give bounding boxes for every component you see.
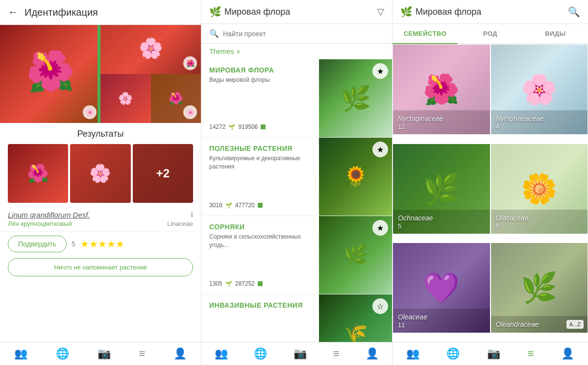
stat2-2: 477720 bbox=[235, 202, 255, 209]
p3-nav-globe-icon[interactable]: 🌐 bbox=[446, 347, 460, 360]
tab-family[interactable]: СЕМЕЙСТВО bbox=[392, 24, 458, 44]
filter-icon[interactable]: ▽ bbox=[377, 6, 384, 17]
project-info-2: ПОЛЕЗНЫЕ РАСТЕНИЯ Культивируемые и декор… bbox=[201, 138, 319, 216]
panel2-title: Мировая флора bbox=[224, 7, 290, 17]
leaf-stat-icon-2: 🌱 bbox=[225, 202, 232, 209]
p2-nav-people-icon[interactable]: 👥 bbox=[215, 347, 228, 360]
project-stats-3: 1305 🌱 287252 bbox=[209, 280, 311, 287]
main-photo[interactable]: 🌸 bbox=[0, 25, 100, 123]
tax-count-olac: 8 bbox=[496, 222, 583, 230]
project-item-2[interactable]: ПОЛЕЗНЫЕ РАСТЕНИЯ Культивируемые и декор… bbox=[201, 138, 392, 216]
flower-overlay-sm1: 🌺 bbox=[183, 56, 197, 70]
nav-camera-icon[interactable]: 📷 bbox=[98, 347, 111, 360]
stat1-2: 3018 bbox=[209, 202, 222, 209]
project-info-4: ИНВАЗИВНЫЕ РАСТЕНИЯ bbox=[201, 294, 319, 342]
panel-taxonomy: 🌿 Мировая флора 🔍 СЕМЕЙСТВО РОД ВИДЫ 🌺 N… bbox=[392, 0, 588, 365]
tax-count-nymph: 4 bbox=[496, 123, 583, 130]
themes-label[interactable]: Themes bbox=[209, 48, 234, 55]
p2-nav-globe-icon[interactable]: 🌐 bbox=[254, 347, 267, 360]
search-input[interactable] bbox=[223, 30, 384, 38]
tax-overlay-olac: Olacaceae 8 bbox=[491, 210, 588, 234]
taxonomy-tabs: СЕМЕЙСТВО РОД ВИДЫ bbox=[392, 24, 588, 44]
species-link[interactable]: Linum grandiflorum Desf. bbox=[8, 211, 90, 219]
project-desc-2: Культивируемые и декоративные растения bbox=[209, 152, 311, 202]
tax-name-olea: Oleaceae bbox=[398, 313, 427, 321]
tab-genus[interactable]: РОД bbox=[458, 24, 523, 43]
tax-overlay-ochn: Ochnaceae 5 bbox=[393, 210, 490, 234]
species-family: Linaceae bbox=[167, 220, 193, 227]
az-button[interactable]: A...Z bbox=[566, 320, 584, 329]
project-list: МИРОВАЯ ФЛОРА Виды мировой флоры 14272 🌱… bbox=[201, 59, 392, 342]
tax-name-nyct: Nyctaginaceae bbox=[398, 115, 443, 122]
star-button-2[interactable]: ★ bbox=[372, 142, 388, 157]
project-desc-1: Виды мировой флоры bbox=[209, 74, 311, 123]
nav-globe-icon[interactable]: 🌐 bbox=[56, 347, 69, 360]
p2-nav-menu-icon[interactable]: ≡ bbox=[333, 347, 340, 360]
photo-small-bottom[interactable]: 🌸 🌺 🌸 bbox=[100, 74, 201, 123]
results-grid: 🌺 🌸 +2 bbox=[8, 144, 193, 203]
tax-cell-ochnaceae[interactable]: 🌿 Ochnaceae 5 bbox=[392, 144, 490, 234]
project-name-3: СОРНЯКИ bbox=[209, 223, 311, 231]
leaf-icon: 🌿 bbox=[209, 6, 221, 18]
side-photos: 🌺 🌸 🌺 🌸 bbox=[100, 25, 201, 123]
p2-nav-profile-icon[interactable]: 👤 bbox=[366, 347, 379, 360]
p3-nav-menu-icon[interactable]: ≡ bbox=[528, 347, 534, 360]
star-button-3[interactable]: ★ bbox=[372, 220, 388, 236]
tax-count-nyct: 12 bbox=[398, 123, 485, 130]
photo-grid: 🌸 🌺 🌸 🌺 🌸 bbox=[0, 25, 201, 123]
stat2-3: 287252 bbox=[235, 280, 255, 287]
green-sq-icon-1 bbox=[261, 124, 266, 129]
result-thumb-2[interactable]: 🌸 bbox=[70, 144, 130, 203]
tax-cell-oleaceae[interactable]: 💜 Oleaceae 11 bbox=[392, 243, 490, 333]
panel3-title: Мировая флора bbox=[416, 7, 481, 17]
panel3-navbar: 👥 🌐 📷 ≡ 👤 bbox=[392, 342, 588, 365]
themes-header: Themes ∧ bbox=[201, 44, 392, 59]
tax-cell-nyctaginaceae[interactable]: 🌺 Nyctaginaceae 12 bbox=[392, 44, 490, 135]
nav-menu-icon[interactable]: ≡ bbox=[139, 347, 145, 360]
panel1-navbar: 👥 🌐 📷 ≡ 👤 bbox=[0, 342, 201, 365]
photo-small-top[interactable]: 🌺 bbox=[100, 25, 201, 74]
star-button-1[interactable]: ★ bbox=[372, 63, 388, 79]
project-item-4[interactable]: ИНВАЗИВНЫЕ РАСТЕНИЯ 🌾 ☆ bbox=[201, 294, 392, 342]
confirm-row: Подвердить 5 ★★★★★ bbox=[0, 232, 201, 256]
back-button[interactable]: ← bbox=[8, 6, 19, 19]
project-stats-2: 3018 🌱 477720 bbox=[209, 202, 311, 209]
tab-species[interactable]: ВИДЫ bbox=[523, 24, 588, 43]
green-sq-icon-2 bbox=[258, 203, 263, 208]
search-bar: 🔍 bbox=[201, 24, 392, 44]
result-thumb-more[interactable]: +2 bbox=[133, 144, 193, 203]
star-rating: ★★★★★ bbox=[80, 238, 124, 250]
confirm-button[interactable]: Подвердить bbox=[8, 236, 67, 252]
panel2-navbar: 👥 🌐 📷 ≡ 👤 bbox=[201, 342, 392, 365]
confirm-count: 5 bbox=[72, 240, 75, 248]
nav-profile-icon[interactable]: 👤 bbox=[173, 347, 187, 360]
project-item-3[interactable]: СОРНЯКИ Сорняки в сельскохозяйственных у… bbox=[201, 216, 392, 294]
panel-flora-list: 🌿 Мировая флора ▽ 🔍 Themes ∧ МИРОВАЯ ФЛО… bbox=[201, 0, 392, 365]
project-name-1: МИРОВАЯ ФЛОРА bbox=[209, 66, 311, 74]
stat1-1: 14272 bbox=[209, 123, 225, 130]
result-thumb-1[interactable]: 🌺 bbox=[8, 144, 68, 203]
panel3-search-icon[interactable]: 🔍 bbox=[568, 6, 580, 18]
chevron-up-icon[interactable]: ∧ bbox=[236, 48, 241, 55]
tax-cell-olacaceae[interactable]: 🌼 Olacaceae 8 bbox=[490, 144, 588, 234]
p3-nav-camera-icon[interactable]: 📷 bbox=[487, 347, 500, 360]
project-info-3: СОРНЯКИ Сорняки в сельскохозяйственных у… bbox=[201, 216, 319, 294]
p3-nav-people-icon[interactable]: 👥 bbox=[406, 347, 419, 360]
panel2-logo: 🌿 Мировая флора bbox=[209, 6, 290, 18]
tax-overlay-nyct: Nyctaginaceae 12 bbox=[393, 110, 490, 134]
tax-name-ochn: Ochnaceae bbox=[398, 214, 433, 222]
project-info-1: МИРОВАЯ ФЛОРА Виды мировой флоры 14272 🌱… bbox=[201, 59, 319, 137]
nothing-button[interactable]: Ничто не напоминает растение bbox=[8, 258, 193, 276]
nav-people-icon[interactable]: 👥 bbox=[14, 347, 27, 360]
info-icon[interactable]: ℹ bbox=[191, 211, 193, 219]
project-stats-1: 14272 🌱 919506 bbox=[209, 123, 311, 130]
project-name-4: ИНВАЗИВНЫЕ РАСТЕНИЯ bbox=[209, 301, 311, 309]
project-item-1[interactable]: МИРОВАЯ ФЛОРА Виды мировой флоры 14272 🌱… bbox=[201, 59, 392, 138]
taxonomy-grid: 🌺 Nyctaginaceae 12 🌸 Nymphaeaceae 4 🌿 Oc… bbox=[392, 44, 588, 342]
panel3-leaf-icon: 🌿 bbox=[400, 6, 413, 18]
tax-cell-oleandraceae[interactable]: 🌿 Oleandraceae A...Z bbox=[490, 243, 588, 333]
p2-nav-camera-icon[interactable]: 📷 bbox=[294, 347, 307, 360]
tax-cell-nymphaeaceae[interactable]: 🌸 Nymphaeaceae 4 bbox=[490, 44, 588, 135]
star-button-4[interactable]: ☆ bbox=[372, 298, 388, 314]
p3-nav-profile-icon[interactable]: 👤 bbox=[561, 347, 574, 360]
